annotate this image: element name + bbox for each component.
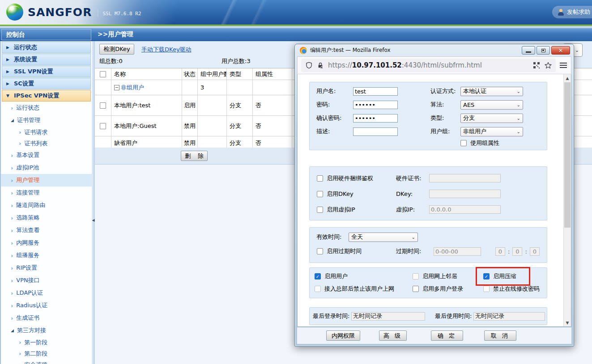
sidebar-item-ipsec-running-status[interactable]: › 运行状态 — [1, 102, 92, 114]
minimize-button[interactable] — [522, 46, 535, 55]
sidebar-item-algorithm-view[interactable]: › 算法查看 — [1, 224, 92, 237]
sidebar-item-system-settings[interactable]: ▶ 系统设置 — [2, 54, 91, 65]
sidebar-item-label: 安全选项 — [24, 361, 47, 364]
sidebar-item-label: 连接管理 — [16, 189, 39, 197]
sidebar-item-phase-one[interactable]: › 第一阶段 — [1, 337, 92, 348]
chevron-right-icon: › — [19, 361, 21, 364]
enable-user-label: 启用用户 — [324, 272, 348, 280]
post-help-button[interactable]: 发帖求助 — [552, 6, 592, 18]
sidebar-item-tunnel-routing[interactable]: › 隧道间路由 — [1, 199, 92, 212]
enable-dkey-checkbox[interactable] — [317, 191, 323, 197]
sidebar-item-label: 基本设置 — [16, 151, 39, 159]
sidebar-item-sc-settings[interactable]: ▶ SC设置 — [2, 78, 91, 89]
sidebar-item-virtual-ip-pool[interactable]: › 虚拟IP池 — [1, 161, 92, 174]
row-checkbox[interactable] — [100, 123, 106, 129]
scroll-down-arrow[interactable]: ▼ — [564, 319, 571, 326]
sidebar-item-basic-settings[interactable]: › 基本设置 — [1, 149, 92, 161]
cancel-button[interactable]: 取 消 — [484, 330, 516, 341]
select-all-cell — [95, 68, 111, 80]
sidebar-item-user-management[interactable]: › 用户管理 — [1, 174, 92, 186]
scrollbar-thumb[interactable] — [564, 82, 571, 228]
sidebar-item-connection-management[interactable]: › 连接管理 — [1, 186, 92, 199]
chevron-down-icon: ⌄ — [517, 116, 520, 121]
select-all-checkbox[interactable] — [100, 71, 106, 77]
net-neighbor-checkbox[interactable] — [413, 273, 419, 279]
tree-collapse-icon[interactable]: − — [114, 85, 119, 90]
enable-virtual-ip-checkbox[interactable] — [317, 207, 323, 213]
algorithm-select[interactable]: AES⌄ — [460, 100, 523, 110]
enable-hw-auth-label: 启用硬件捆绑鉴权 — [327, 174, 383, 182]
menu-hamburger-icon[interactable] — [559, 61, 567, 69]
use-group-attr-checkbox[interactable] — [460, 140, 467, 146]
detect-dkey-button[interactable]: 检测DKey — [99, 44, 134, 55]
forbid-pwd-change-checkbox[interactable] — [483, 286, 490, 292]
enable-compression-checkbox[interactable]: ✓ — [483, 273, 490, 279]
multi-login-label: 启用多用户登录 — [422, 285, 463, 293]
multi-login-checkbox[interactable] — [413, 286, 419, 292]
row-checkbox[interactable] — [100, 102, 106, 109]
tree-expanded-icon: ◢ — [11, 328, 14, 333]
auth-method-select[interactable]: 本地认证⌄ — [460, 87, 523, 96]
url-bar[interactable]: https://10.97.101.52:4430/html/subfrm.ht… — [301, 59, 556, 72]
sidebar-item-route-policy[interactable]: › 选路策略 — [1, 212, 92, 224]
shield-icon[interactable] — [305, 61, 313, 69]
advanced-button[interactable]: 高 级 — [379, 330, 407, 341]
confirm-password-input[interactable] — [353, 114, 398, 123]
sidebar-item-cert-list[interactable]: › 证书列表 — [1, 138, 92, 149]
enable-hw-auth-checkbox[interactable] — [317, 175, 323, 182]
type-cell: 分支 — [227, 95, 253, 115]
chevron-right-icon: › — [11, 202, 13, 209]
sidebar-item-security-options[interactable]: › 安全选项 — [1, 359, 92, 364]
chevron-right-icon: › — [11, 302, 13, 309]
description-input[interactable] — [353, 127, 398, 136]
user-group-select[interactable]: 非组用户⌄ — [460, 127, 523, 136]
delete-button[interactable]: 删 除 — [181, 151, 208, 161]
use-group-attr-label: 使用组属性 — [470, 139, 499, 147]
url-text[interactable]: https://10.97.101.52:4430/html/subfrm.ht… — [328, 61, 529, 69]
chevron-right-icon: › — [11, 240, 13, 246]
sidebar-item-ipsec-vpn-settings[interactable]: ▼ IPSec VPN设置 — [2, 90, 91, 102]
forbid-internet-checkbox[interactable] — [315, 286, 321, 292]
scroll-up-arrow[interactable]: ▲ — [564, 74, 571, 82]
user-name-cell[interactable]: 本地用户:test — [111, 95, 182, 115]
restore-button[interactable] — [537, 46, 550, 55]
download-dkey-driver-link[interactable]: 手动下载DKey驱动 — [141, 46, 192, 54]
sidebar-item-phase-two[interactable]: › 第二阶段 — [1, 348, 92, 359]
sidebar-item-intranet-service[interactable]: › 内网服务 — [1, 237, 92, 249]
url-host: 10.97.101.52 — [352, 61, 402, 69]
window-scrollbar[interactable]: ▲ ▼ — [563, 74, 571, 326]
sidebar-item-radius-auth[interactable]: › Radius认证 — [1, 299, 92, 312]
username-input[interactable] — [353, 87, 398, 96]
lock-warning-icon[interactable] — [316, 61, 324, 69]
url-scheme: https:// — [328, 61, 352, 69]
sidebar-item-running-status[interactable]: ▶ 运行状态 — [2, 42, 91, 53]
sangfor-globe-icon — [6, 4, 23, 21]
password-input[interactable] — [353, 101, 398, 109]
sidebar-item-cert-management[interactable]: ◢ 证书管理 — [1, 114, 92, 127]
sidebar-item-multicast-service[interactable]: › 组播服务 — [1, 249, 92, 262]
forbid-internet-label: 接入总部后禁止该用户上网 — [324, 285, 394, 293]
sidebar-item-ssl-vpn-settings[interactable]: ▶ SSL VPN设置 — [2, 66, 91, 77]
row-checkbox-cell — [95, 95, 111, 115]
sidebar-item-ldap-auth[interactable]: › LDAP认证 — [1, 287, 92, 299]
close-button[interactable]: ✕ — [551, 46, 570, 55]
ok-button[interactable]: 确 定 — [431, 330, 463, 341]
qr-grid-icon[interactable] — [532, 61, 541, 69]
sidebar-item-generate-cert[interactable]: › 生成证书 — [1, 312, 92, 324]
enable-expire-checkbox[interactable] — [317, 248, 323, 254]
type-cell: 分支 — [227, 116, 253, 136]
enable-user-checkbox[interactable]: ✓ — [315, 273, 321, 279]
group-link[interactable]: 非组用户 — [121, 84, 144, 92]
sidebar-item-cert-request[interactable]: › 证书请求 — [1, 127, 92, 138]
sidebar-item-rip-settings[interactable]: › RIP设置 — [1, 262, 92, 274]
valid-time-select[interactable]: 全天⌄ — [349, 233, 418, 242]
intranet-permission-button[interactable]: 内网权限 — [326, 330, 360, 341]
user-name-cell[interactable]: 本地用户:Guest — [111, 116, 182, 136]
sidebar-item-label: 隧道间路由 — [16, 201, 45, 209]
type-select[interactable]: 分支⌄ — [460, 114, 523, 123]
window-titlebar[interactable]: 编辑用户:test — Mozilla Firefox ✕ — [297, 44, 571, 56]
bookmark-star-icon[interactable] — [544, 61, 552, 69]
sidebar-item-third-party[interactable]: ◢ 第三方对接 — [1, 324, 92, 337]
sidebar-item-label: Radius认证 — [16, 301, 47, 309]
sidebar-item-vpn-interface[interactable]: › VPN接口 — [1, 274, 92, 287]
